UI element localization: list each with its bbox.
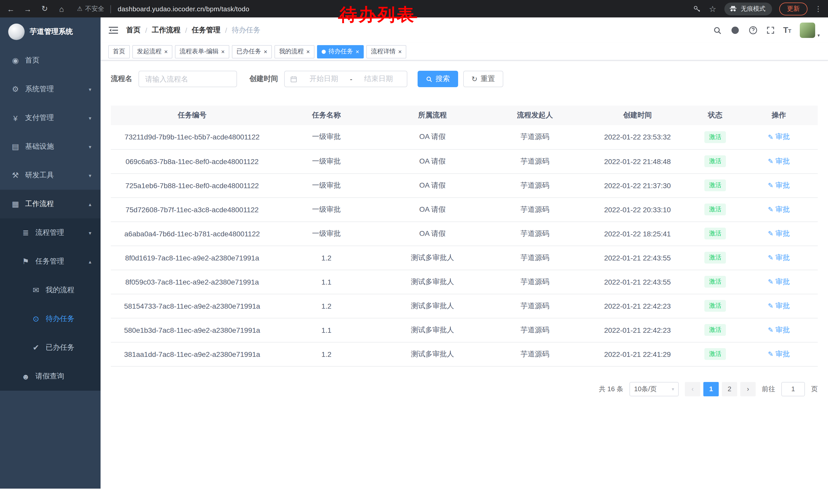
sidebar-item-leave-query[interactable]: ☻请假查询 (0, 362, 100, 391)
cell-process: OA 请假 (379, 125, 485, 149)
browser-menu-icon[interactable]: ⋮ (815, 5, 822, 13)
browser-back-button[interactable]: ← (6, 4, 15, 13)
cell-process: OA 请假 (379, 197, 485, 222)
approve-link-label: 审批 (776, 277, 790, 286)
user-avatar[interactable]: ▾ (800, 22, 820, 38)
chevron-down-icon: ▾ (672, 386, 674, 392)
cell-task-name: 一级审批 (274, 222, 379, 245)
sidebar-item-label: 我的流程 (46, 286, 74, 295)
sidebar-item-process-management[interactable]: ≣流程管理▾ (0, 218, 100, 247)
date-range-picker[interactable]: 开始日期 - 结束日期 (284, 71, 407, 87)
approve-link[interactable]: ✎审批 (768, 181, 790, 190)
task-table: 任务编号任务名称所属流程流程发起人创建时间状态操作 73211d9d-7b9b-… (111, 106, 818, 366)
font-size-icon[interactable]: TT (783, 26, 791, 35)
approve-link[interactable]: ✎审批 (768, 205, 790, 214)
approve-link[interactable]: ✎审批 (768, 156, 790, 166)
sidebar-item-task-management[interactable]: ⚑任务管理▴ (0, 247, 100, 276)
approve-link[interactable]: ✎审批 (768, 229, 790, 238)
sidebar-item-todo-task[interactable]: ⊙待办任务 (0, 305, 100, 333)
sidebar-item-workflow[interactable]: ▦工作流程▴ (0, 190, 100, 218)
breadcrumb-item[interactable]: 任务管理 (192, 26, 220, 35)
close-icon[interactable]: × (398, 48, 402, 55)
key-icon[interactable] (693, 5, 701, 12)
sidebar-fold-button[interactable] (109, 26, 118, 34)
breadcrumb-item[interactable]: 工作流程 (152, 26, 180, 35)
update-button[interactable]: 更新 (779, 2, 808, 15)
close-icon[interactable]: × (306, 48, 310, 55)
approve-link[interactable]: ✎审批 (768, 253, 790, 262)
sidebar-item-label: 流程管理 (35, 228, 64, 237)
end-date-input[interactable]: 结束日期 (356, 74, 402, 84)
sidebar-item-done-task[interactable]: ✔已办任务 (0, 333, 100, 362)
tag-process-detail[interactable]: 流程详情× (366, 45, 406, 58)
search-icon[interactable] (713, 26, 721, 35)
reset-button[interactable]: ↻ 重置 (463, 71, 503, 87)
github-icon[interactable] (730, 26, 740, 35)
close-icon[interactable]: × (264, 48, 267, 55)
cell-action: ✎审批 (740, 149, 818, 173)
sidebar-item-dev-tools[interactable]: ⚒研发工具▾ (0, 161, 100, 190)
table-row: 8f059c03-7ac8-11ec-a9e2-a2380e71991a1.1测… (111, 270, 818, 294)
process-name-input[interactable] (138, 71, 237, 87)
dashboard-icon: ◉ (9, 56, 22, 65)
page-button-1[interactable]: 1 (703, 382, 719, 396)
breadcrumb-item: 待办任务 (232, 26, 260, 35)
total-count: 共 16 条 (599, 384, 623, 394)
search-button[interactable]: 搜索 (418, 71, 458, 87)
status-badge: 激活 (704, 324, 726, 336)
close-icon[interactable]: × (221, 48, 225, 55)
tag-todo-task[interactable]: 待办任务× (317, 45, 364, 58)
approve-link[interactable]: ✎审批 (768, 325, 790, 334)
status-badge: 激活 (704, 155, 726, 167)
cell-create-time: 2022-01-21 22:43:55 (584, 270, 690, 294)
approve-link[interactable]: ✎审批 (768, 301, 790, 311)
security-label: 不安全 (85, 4, 105, 13)
page-size-select[interactable]: 10条/页 ▾ (629, 382, 679, 396)
status-badge: 激活 (704, 131, 726, 143)
url-text[interactable]: dashboard.yudao.iocoder.cn/bpm/task/todo (118, 5, 249, 12)
bookmark-star-icon[interactable]: ☆ (708, 4, 717, 13)
page-button-2[interactable]: 2 (722, 382, 737, 396)
approve-link[interactable]: ✎审批 (768, 350, 790, 359)
approve-link[interactable]: ✎审批 (768, 133, 790, 142)
breadcrumb-item[interactable]: 首页 (126, 26, 140, 35)
browser-forward-button[interactable]: → (23, 4, 32, 13)
cell-action: ✎审批 (740, 342, 818, 366)
tag-my-process[interactable]: 我的流程× (275, 45, 315, 58)
sidebar-menu: ◉首页⚙系统管理▾¥支付管理▾▤基础设施▾⚒研发工具▾▦工作流程▴≣流程管理▾⚑… (0, 46, 100, 391)
screen: ← → ↻ ⌂ ⚠ 不安全 │ dashboard.yudao.iocoder.… (0, 0, 828, 504)
prev-page-button[interactable]: ‹ (685, 382, 700, 396)
sidebar-item-infrastructure[interactable]: ▤基础设施▾ (0, 132, 100, 161)
close-icon[interactable]: × (164, 48, 168, 55)
goto-page-input[interactable] (781, 382, 805, 396)
sidebar-item-my-process[interactable]: ✉我的流程 (0, 276, 100, 305)
sidebar-item-home[interactable]: ◉首页 (0, 46, 100, 75)
tag-start-process[interactable]: 发起流程× (132, 45, 172, 58)
browser-home-button[interactable]: ⌂ (57, 4, 66, 13)
tag-process-form-edit[interactable]: 流程表单-编辑× (175, 45, 229, 58)
sidebar-item-payment-management[interactable]: ¥支付管理▾ (0, 103, 100, 132)
app-logo[interactable]: 芋道管理系统 (0, 17, 100, 46)
sidebar-item-system-management[interactable]: ⚙系统管理▾ (0, 75, 100, 103)
tag-done-task[interactable]: 已办任务× (232, 45, 272, 58)
avatar (800, 22, 816, 38)
next-page-button[interactable]: › (740, 382, 756, 396)
close-icon[interactable]: × (356, 48, 359, 55)
start-date-input[interactable]: 开始日期 (301, 74, 347, 84)
tag-home[interactable]: 首页 (108, 45, 130, 58)
approve-link[interactable]: ✎审批 (768, 277, 790, 286)
main-area: 首页/工作流程/任务管理/待办任务 (100, 17, 828, 489)
browser-reload-button[interactable]: ↻ (40, 4, 49, 13)
security-status[interactable]: ⚠ 不安全 (77, 4, 105, 13)
cell-status: 激活 (691, 222, 740, 245)
cell-process: 测试多审批人 (379, 294, 485, 318)
cell-task-id: 381aa1dd-7ac8-11ec-a9e2-a2380e71991a (111, 342, 274, 366)
edit-icon: ✎ (768, 254, 773, 262)
goto-label: 前往 (762, 384, 775, 394)
tag-label: 流程表单-编辑 (179, 47, 218, 56)
sidebar-item-label: 已办任务 (46, 343, 74, 352)
cell-task-id: a6aba0a4-7b6d-11ec-b781-acde48001122 (111, 222, 274, 245)
fullscreen-icon[interactable] (766, 26, 774, 34)
cell-task-name: 一级审批 (274, 173, 379, 197)
help-icon[interactable] (748, 26, 757, 35)
